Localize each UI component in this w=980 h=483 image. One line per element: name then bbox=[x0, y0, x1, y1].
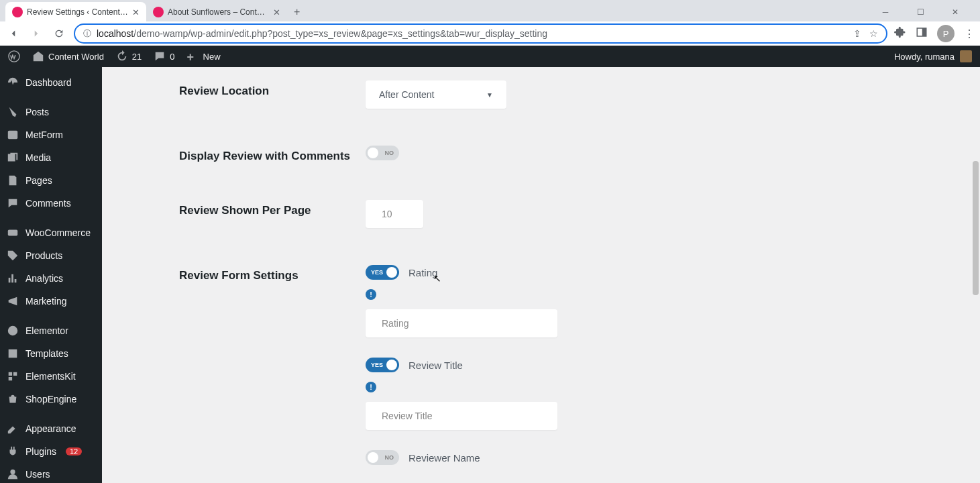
form-item-reviewer-name: NO Reviewer Name bbox=[366, 450, 953, 465]
back-button[interactable] bbox=[5, 25, 21, 42]
row-form-settings: Review Form Settings YES Rating ! Rating… bbox=[179, 265, 953, 483]
sidebar-item-elementor[interactable]: Elementor bbox=[0, 319, 102, 342]
sidebar-item-posts[interactable]: Posts bbox=[0, 101, 102, 123]
chevron-down-icon: ▼ bbox=[486, 91, 493, 99]
label-per-page: Review Shown Per Page bbox=[179, 200, 366, 217]
row-per-page: Review Shown Per Page 10 bbox=[179, 200, 953, 228]
updates-count: 21 bbox=[132, 52, 142, 62]
tab-title: About Sunflowers – Content Wo bbox=[168, 7, 269, 17]
profile-avatar[interactable]: P bbox=[937, 25, 955, 42]
settings-content: Review Location After Content ▼ Display … bbox=[102, 67, 980, 483]
sidebar-item-plugins[interactable]: Plugins12 bbox=[0, 440, 102, 463]
sidebar-item-analytics[interactable]: Analytics bbox=[0, 267, 102, 290]
form-item-title: Reviewer Name bbox=[409, 452, 480, 464]
form-item-review-title: YES Review Title ! Review Title bbox=[366, 358, 953, 430]
input-review-title-label[interactable]: Review Title bbox=[366, 402, 557, 430]
select-value: After Content bbox=[379, 89, 435, 100]
plugins-badge: 12 bbox=[66, 447, 82, 455]
extensions-icon[interactable] bbox=[894, 26, 906, 41]
forward-button[interactable] bbox=[28, 25, 44, 42]
input-rating-label[interactable]: Rating bbox=[366, 309, 557, 337]
svg-rect-1 bbox=[922, 28, 926, 36]
close-icon[interactable]: ✕ bbox=[273, 7, 280, 17]
close-window-icon[interactable]: ✕ bbox=[944, 7, 967, 17]
svg-point-7 bbox=[10, 470, 15, 474]
label-form-settings: Review Form Settings bbox=[179, 265, 366, 282]
site-info-icon[interactable]: ⓘ bbox=[83, 28, 91, 40]
svg-rect-3 bbox=[8, 131, 17, 140]
svg-rect-6 bbox=[9, 350, 17, 358]
toggle-review-title[interactable]: YES bbox=[366, 358, 399, 372]
new-content-link[interactable]: +New bbox=[187, 50, 221, 62]
tab-title: Review Settings ‹ Content World bbox=[27, 7, 128, 17]
reload-button[interactable] bbox=[51, 25, 67, 42]
sidebar-item-dashboard[interactable]: Dashboard bbox=[0, 71, 102, 94]
sidebar-item-shopengine[interactable]: ShopEngine bbox=[0, 388, 102, 411]
info-icon[interactable]: ! bbox=[366, 289, 376, 300]
toggle-reviewer-name[interactable]: NO bbox=[366, 450, 399, 465]
updates-link[interactable]: 21 bbox=[116, 50, 142, 62]
comments-link[interactable]: 0 bbox=[154, 50, 174, 62]
menu-icon[interactable]: ⋮ bbox=[964, 28, 975, 40]
row-review-location: Review Location After Content ▼ bbox=[179, 80, 953, 109]
row-display-with-comments: Display Review with Comments NO bbox=[179, 146, 953, 163]
sidebar-item-users[interactable]: Users bbox=[0, 463, 102, 483]
favicon-icon bbox=[153, 7, 164, 17]
browser-chrome: Review Settings ‹ Content World ✕ About … bbox=[0, 0, 980, 46]
sidebar-item-marketing[interactable]: Marketing bbox=[0, 290, 102, 313]
form-item-title: Rating bbox=[409, 267, 437, 278]
favicon-icon bbox=[12, 7, 23, 17]
sidebar-item-metform[interactable]: MetForm bbox=[0, 123, 102, 146]
sidebar-item-appearance[interactable]: Appearance bbox=[0, 417, 102, 440]
window-controls: ─ ☐ ✕ bbox=[874, 7, 975, 17]
select-review-location[interactable]: After Content ▼ bbox=[366, 80, 506, 109]
sidebar-item-products[interactable]: Products bbox=[0, 244, 102, 267]
form-item-title: Review Title bbox=[409, 360, 463, 371]
sidebar-item-woocommerce[interactable]: WooCommerce bbox=[0, 221, 102, 244]
sidepanel-icon[interactable] bbox=[916, 26, 928, 41]
toggle-display-with-comments[interactable]: NO bbox=[366, 146, 399, 160]
wp-adminbar: Content World 21 0 +New Howdy, rumana bbox=[0, 46, 980, 67]
label-display-with-comments: Display Review with Comments bbox=[179, 146, 366, 163]
comments-count: 0 bbox=[170, 52, 174, 62]
avatar-icon bbox=[960, 50, 972, 62]
form-item-rating: YES Rating ! Rating bbox=[366, 265, 953, 337]
url-text: localhost/demo-wamp/wp-admin/edit.php?po… bbox=[97, 28, 848, 39]
sidebar-item-pages[interactable]: Pages bbox=[0, 169, 102, 192]
sidebar-item-comments[interactable]: Comments bbox=[0, 192, 102, 215]
new-label: New bbox=[203, 52, 221, 62]
address-bar[interactable]: ⓘ localhost/demo-wamp/wp-admin/edit.php?… bbox=[74, 23, 887, 44]
maximize-icon[interactable]: ☐ bbox=[909, 7, 932, 17]
site-name: Content World bbox=[48, 52, 104, 62]
svg-rect-4 bbox=[8, 230, 17, 236]
input-per-page[interactable]: 10 bbox=[366, 200, 423, 228]
bookmark-icon[interactable]: ☆ bbox=[869, 28, 878, 39]
label-review-location: Review Location bbox=[179, 80, 366, 98]
scrollbar[interactable] bbox=[971, 67, 980, 483]
svg-point-5 bbox=[8, 326, 17, 335]
sidebar-item-templates[interactable]: Templates bbox=[0, 342, 102, 365]
info-icon[interactable]: ! bbox=[366, 382, 376, 392]
sidebar-item-elementskit[interactable]: ElementsKit bbox=[0, 365, 102, 388]
new-tab-button[interactable]: + bbox=[287, 6, 307, 18]
sidebar-item-media[interactable]: Media bbox=[0, 146, 102, 169]
browser-tab[interactable]: About Sunflowers – Content Wo ✕ bbox=[146, 2, 287, 22]
share-icon[interactable]: ⇪ bbox=[853, 28, 861, 39]
admin-sidebar: Dashboard Posts MetForm Media Pages Comm… bbox=[0, 67, 102, 483]
howdy-text: Howdy, rumana bbox=[894, 52, 955, 62]
toggle-rating[interactable]: YES bbox=[366, 265, 399, 280]
site-name-link[interactable]: Content World bbox=[32, 50, 104, 62]
howdy-account[interactable]: Howdy, rumana bbox=[894, 50, 972, 62]
svg-point-2 bbox=[9, 51, 19, 62]
browser-tab-active[interactable]: Review Settings ‹ Content World ✕ bbox=[5, 2, 146, 22]
minimize-icon[interactable]: ─ bbox=[874, 7, 897, 17]
tab-bar: Review Settings ‹ Content World ✕ About … bbox=[0, 0, 980, 21]
close-icon[interactable]: ✕ bbox=[132, 7, 140, 17]
wp-logo[interactable] bbox=[8, 50, 20, 62]
nav-bar: ⓘ localhost/demo-wamp/wp-admin/edit.php?… bbox=[0, 21, 980, 46]
